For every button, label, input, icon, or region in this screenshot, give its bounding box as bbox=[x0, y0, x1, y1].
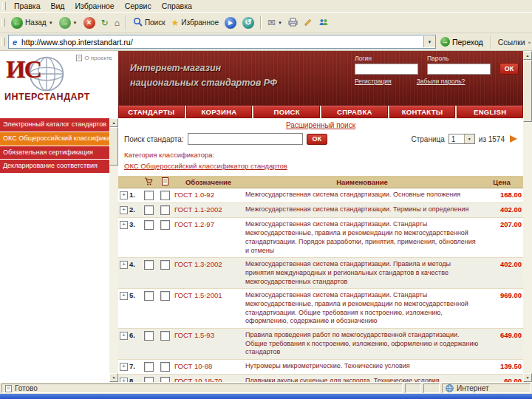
refresh-button[interactable]: ↻ bbox=[98, 17, 112, 29]
logo[interactable]: ИС ИНТЕРСТАНДАРТ bbox=[4, 55, 114, 103]
expand-icon[interactable]: + bbox=[120, 261, 128, 269]
row-designation[interactable]: ГОСТ 10.18-70 bbox=[173, 375, 244, 382]
expand-icon[interactable]: + bbox=[120, 191, 128, 200]
mail-button[interactable]: ✉ ▼ bbox=[265, 16, 285, 29]
favorites-button[interactable]: ★ Избранное bbox=[168, 17, 222, 29]
sidebar-item[interactable]: Обязательная сертификация bbox=[0, 146, 109, 160]
sidebar-item[interactable]: ОКС Общероссийский классификатор bbox=[0, 132, 109, 146]
doc-checkbox[interactable] bbox=[160, 377, 170, 382]
toolbar-grip[interactable] bbox=[1, 38, 5, 46]
logo-area[interactable]: О проекте ИС ИНТЕРСТАНДАРТ bbox=[0, 51, 118, 106]
row-designation[interactable]: ГОСТ 10-88 bbox=[173, 360, 244, 375]
forward-dropdown-icon[interactable]: ▼ bbox=[73, 21, 78, 25]
media-button[interactable]: ▸ bbox=[222, 16, 239, 30]
scroll-down-icon[interactable]: ▼ bbox=[109, 373, 118, 382]
menu-item[interactable]: Справка bbox=[157, 1, 197, 11]
home-button[interactable]: ⌂ bbox=[112, 17, 123, 29]
history-button[interactable]: ↺ bbox=[239, 16, 257, 30]
doc-checkbox[interactable] bbox=[160, 331, 170, 341]
refresh-icon: ↻ bbox=[101, 18, 109, 27]
doc-checkbox[interactable] bbox=[160, 260, 170, 270]
scroll-up-icon[interactable]: ▲ bbox=[523, 51, 532, 60]
search-ok-button[interactable]: ОК bbox=[307, 134, 328, 145]
masthead: Интернет-магазин национальных стандартов… bbox=[118, 51, 523, 106]
row-designation[interactable]: ГОСТ 1.5-2001 bbox=[173, 289, 244, 329]
expand-icon[interactable]: + bbox=[120, 378, 128, 382]
cart-checkbox[interactable] bbox=[144, 205, 154, 215]
back-button[interactable]: ← Назад ▼ bbox=[8, 16, 56, 30]
category-link[interactable]: ОКС Общероссийский классификатор стандар… bbox=[124, 162, 287, 170]
register-link[interactable]: Регистрация bbox=[355, 78, 392, 85]
doc-checkbox[interactable] bbox=[160, 362, 170, 372]
status-pane bbox=[423, 383, 440, 393]
advanced-search-link[interactable]: Расширенный поиск bbox=[286, 121, 355, 129]
address-dropdown-icon[interactable]: ▼ bbox=[423, 36, 435, 47]
scroll-down-icon[interactable]: ▼ bbox=[523, 373, 532, 382]
menu-item[interactable]: Сервис bbox=[120, 1, 157, 11]
nav-button[interactable]: ПОИСК bbox=[253, 106, 320, 118]
expand-icon[interactable]: + bbox=[120, 292, 128, 300]
stop-button[interactable]: × bbox=[81, 16, 98, 30]
back-dropdown-icon[interactable]: ▼ bbox=[49, 21, 53, 25]
window-scrollbar[interactable]: ▲ ▼ bbox=[523, 51, 532, 382]
table-row: +3. ГОСТ 1.2-97 Межгосударственная систе… bbox=[118, 218, 523, 258]
password-input[interactable] bbox=[427, 64, 491, 75]
cart-checkbox[interactable] bbox=[144, 331, 154, 341]
expand-icon[interactable]: + bbox=[120, 206, 128, 214]
sidebar-item[interactable]: Декларирование соответствия bbox=[0, 160, 109, 173]
forgot-password-link[interactable]: Забыли пароль? bbox=[417, 78, 466, 85]
nav-button[interactable]: СПРАВКА bbox=[321, 106, 388, 118]
scrollbar-thumb[interactable] bbox=[523, 60, 532, 122]
menu-item[interactable]: Правка bbox=[9, 1, 45, 11]
cart-checkbox[interactable] bbox=[144, 220, 154, 230]
row-name: Плавники акульи сушеные для экспорта. Те… bbox=[244, 375, 480, 382]
address-input[interactable]: e http://www.shop.interstandart.ru/ ▼ bbox=[8, 35, 436, 49]
expand-icon[interactable]: + bbox=[120, 363, 128, 371]
search-button[interactable]: Поиск bbox=[130, 16, 168, 30]
forward-button[interactable]: → ▼ bbox=[56, 16, 81, 30]
doc-checkbox[interactable] bbox=[160, 205, 170, 215]
row-designation[interactable]: ГОСТ 1.5-93 bbox=[173, 329, 244, 360]
frame-scrollbar[interactable]: ▲ ▼ bbox=[109, 118, 118, 382]
nav-button[interactable]: КОНТАКТЫ bbox=[389, 106, 456, 118]
row-designation[interactable]: ГОСТ 1.0-92 bbox=[173, 188, 244, 203]
cart-checkbox[interactable] bbox=[144, 291, 154, 301]
cart-checkbox[interactable] bbox=[144, 191, 154, 200]
menu-item[interactable]: Вид bbox=[45, 1, 69, 11]
scroll-up-icon[interactable]: ▲ bbox=[109, 118, 118, 127]
cart-checkbox[interactable] bbox=[144, 362, 154, 372]
mail-dropdown-icon[interactable]: ▼ bbox=[278, 21, 282, 25]
links-bar[interactable]: Ссылки bbox=[495, 38, 528, 47]
print-button[interactable] bbox=[285, 16, 301, 30]
row-designation[interactable]: ГОСТ 1.1-2002 bbox=[173, 203, 244, 218]
toolbar-grip[interactable] bbox=[1, 18, 5, 27]
nav-button[interactable]: КОРЗИНА bbox=[186, 106, 253, 118]
messenger-button[interactable] bbox=[316, 16, 331, 30]
page-select[interactable]: 1 ▼ bbox=[449, 134, 475, 144]
expand-icon[interactable]: + bbox=[120, 332, 128, 340]
standard-search-input[interactable] bbox=[188, 133, 303, 145]
menu-item[interactable]: Избранное bbox=[69, 1, 119, 11]
go-button[interactable]: → Переход bbox=[436, 37, 488, 47]
doc-checkbox[interactable] bbox=[160, 191, 170, 200]
row-designation[interactable]: ГОСТ 1.3-2002 bbox=[173, 258, 244, 289]
nav-button[interactable]: СТАНДАРТЫ bbox=[118, 106, 185, 118]
scrollbar-thumb[interactable] bbox=[109, 127, 118, 166]
doc-checkbox[interactable] bbox=[160, 220, 170, 230]
sidebar-item[interactable]: Электронный каталог стандартов bbox=[0, 118, 109, 132]
doc-checkbox[interactable] bbox=[160, 291, 170, 301]
login-input[interactable] bbox=[355, 64, 418, 75]
login-ok-button[interactable]: ОК bbox=[499, 63, 519, 75]
edit-button[interactable] bbox=[301, 16, 316, 30]
main-navigation: СТАНДАРТЫ КОРЗИНА ПОИСК СПРАВКА КОНТАКТЫ… bbox=[0, 106, 523, 118]
toolbar-grip[interactable] bbox=[2, 2, 6, 10]
links-chevron-icon[interactable]: » bbox=[528, 40, 531, 44]
expand-icon[interactable]: + bbox=[120, 221, 128, 229]
taskbar-edge[interactable] bbox=[0, 394, 532, 399]
row-designation[interactable]: ГОСТ 1.2-97 bbox=[173, 218, 244, 258]
cart-checkbox[interactable] bbox=[144, 260, 154, 270]
next-page-icon[interactable] bbox=[510, 135, 517, 143]
cart-checkbox[interactable] bbox=[144, 377, 154, 382]
nav-button[interactable]: ENGLISH bbox=[457, 106, 523, 118]
page-select-arrow-icon[interactable]: ▼ bbox=[464, 134, 474, 143]
